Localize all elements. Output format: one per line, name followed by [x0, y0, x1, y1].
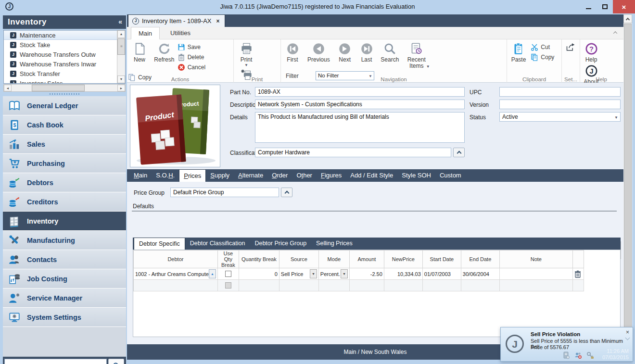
- sidebar-item-maintenance[interactable]: JMaintenance: [4, 30, 125, 40]
- notification-close-icon[interactable]: ×: [626, 329, 629, 336]
- end-date-cell[interactable]: 30/06/2004: [461, 268, 499, 280]
- delete-row-icon[interactable]: [574, 270, 581, 278]
- module-service-manager[interactable]: Service Manager: [3, 289, 126, 308]
- part-no-field[interactable]: [255, 87, 465, 97]
- source-cell[interactable]: Sell Price▼: [279, 268, 318, 280]
- mode-cell[interactable]: Percent.▼: [318, 268, 349, 280]
- save-button[interactable]: Save: [178, 43, 210, 51]
- cancel-button[interactable]: Cancel: [178, 63, 210, 71]
- scrollbar-thumb[interactable]: [624, 24, 632, 331]
- document-tab-inventory-item[interactable]: J Inventory Item - 1089-AX ×: [128, 14, 225, 27]
- minimize-button[interactable]: [580, 0, 597, 13]
- quantity-break-cell[interactable]: 0: [239, 268, 279, 280]
- copy-small-button[interactable]: Copy: [531, 53, 558, 61]
- newprice-cell[interactable]: 10,334.03: [384, 268, 422, 280]
- paste-button[interactable]: Paste: [508, 41, 529, 63]
- module-sales[interactable]: Sales: [3, 135, 126, 154]
- tab-figures[interactable]: Figures: [317, 169, 346, 182]
- tab-alternate[interactable]: Alternate: [234, 169, 267, 182]
- module-creditors[interactable]: Creditors: [3, 192, 126, 212]
- module-system-settings[interactable]: System Settings: [3, 308, 126, 327]
- last-button[interactable]: Last: [357, 41, 376, 63]
- module-contacts[interactable]: Contacts: [3, 250, 126, 269]
- sidebar-list-hscrollbar[interactable]: ◄ ►: [3, 84, 126, 92]
- module-general-ledger[interactable]: General Ledger: [3, 96, 126, 115]
- sidebar-item-inventory-sales[interactable]: JInventory Sales: [4, 78, 125, 84]
- tray-users-icon[interactable]: [574, 351, 582, 359]
- module-manufacturing[interactable]: Manufacturing: [3, 231, 126, 250]
- delete-row-cell[interactable]: [572, 268, 584, 280]
- help-button[interactable]: ? Help: [581, 41, 601, 63]
- note-cell[interactable]: [499, 268, 572, 280]
- col-end-date[interactable]: End Date: [461, 251, 499, 268]
- notification-toast[interactable]: J Sell Price Violation Sell Price of 555…: [500, 327, 633, 362]
- cut-button[interactable]: Cut: [531, 43, 558, 51]
- delete-button[interactable]: Delete: [178, 53, 210, 61]
- previous-button[interactable]: Previous: [305, 41, 332, 63]
- col-start-date[interactable]: Start Date: [422, 251, 461, 268]
- refresh-button[interactable]: Refresh: [152, 41, 176, 63]
- sidebar-list-vscrollbar[interactable]: ▲ ≡ ▼: [117, 30, 125, 83]
- module-job-costing[interactable]: Job Costing: [3, 269, 126, 289]
- price-group-expand-button[interactable]: [281, 188, 292, 197]
- sidebar-item-warehouse-transfers-in[interactable]: JWarehouse Transfers Inwar: [4, 59, 125, 69]
- version-field[interactable]: [499, 100, 621, 109]
- tab-debtor-classification[interactable]: Debtor Classification: [185, 238, 250, 250]
- sidebar-search-input[interactable]: [4, 359, 107, 364]
- scroll-right-icon[interactable]: ►: [117, 85, 125, 91]
- amount-cell[interactable]: -2.50: [349, 268, 384, 280]
- scrollbar-thumb[interactable]: [32, 85, 85, 91]
- col-source[interactable]: Source: [279, 251, 318, 268]
- status-select[interactable]: Active ▼: [499, 112, 621, 122]
- close-button[interactable]: ×: [613, 0, 635, 13]
- print-button[interactable]: Print ▼: [235, 41, 258, 67]
- tab-supply[interactable]: Supply: [206, 169, 234, 182]
- price-group-field[interactable]: [170, 188, 279, 197]
- col-quantity-break[interactable]: Quantity Break: [239, 251, 279, 268]
- col-newprice[interactable]: NewPrice: [384, 251, 422, 268]
- tab-prices[interactable]: Prices: [179, 169, 206, 182]
- sidebar-item-stock-transfer[interactable]: JStock Transfer: [4, 69, 125, 78]
- product-image[interactable]: Product Product: [130, 85, 220, 167]
- tab-debtor-specific[interactable]: Debtor Specific: [134, 238, 185, 250]
- recent-items-button[interactable]: Recent Items ▼: [404, 41, 430, 69]
- settings-share-button[interactable]: [563, 41, 578, 53]
- col-use-qty-break[interactable]: Use Qty Break: [217, 251, 239, 268]
- tab-other[interactable]: Other: [292, 169, 317, 182]
- tab-add-edit-style[interactable]: Add / Edit Style: [346, 169, 397, 182]
- source-dropdown-icon[interactable]: ▼: [310, 269, 317, 278]
- scroll-left-icon[interactable]: ◄: [4, 85, 12, 91]
- details-field[interactable]: This Product is Manufactured using Bill …: [255, 112, 465, 143]
- tab-style-soh[interactable]: Style SOH: [397, 169, 435, 182]
- sidebar-item-warehouse-transfers-out[interactable]: JWarehouse Transfers Outw: [4, 50, 125, 59]
- ribbon-tab-utilities[interactable]: Utilities: [165, 27, 196, 39]
- row-expand-button[interactable]: ▲: [209, 269, 216, 278]
- tab-selling-prices[interactable]: Selling Prices: [311, 238, 357, 250]
- module-cash-book[interactable]: $ Cash Book: [3, 115, 126, 135]
- scroll-up-icon[interactable]: ▲: [117, 30, 125, 38]
- sidebar-search-button[interactable]: [108, 359, 124, 364]
- search-button[interactable]: Search: [378, 41, 402, 63]
- tray-key-icon[interactable]: [586, 351, 594, 359]
- scroll-up-button[interactable]: [623, 14, 632, 23]
- module-debtors[interactable]: Debtors: [3, 173, 126, 192]
- new-button[interactable]: New: [128, 41, 151, 63]
- col-debtor[interactable]: Debtor: [134, 251, 218, 268]
- debtor-cell[interactable]: 1002 - Arthur Creams Compute▲: [134, 268, 218, 280]
- sidebar-splitter[interactable]: [3, 93, 126, 96]
- use-qty-break-cell[interactable]: [217, 268, 239, 280]
- col-note[interactable]: Note: [499, 251, 572, 268]
- col-amount[interactable]: Amount: [349, 251, 384, 268]
- tab-order[interactable]: Order: [267, 169, 292, 182]
- mode-dropdown-icon[interactable]: ▼: [341, 269, 348, 278]
- sidebar-item-stock-take[interactable]: JStock Take: [4, 40, 125, 50]
- tab-custom[interactable]: Custom: [435, 169, 466, 182]
- col-mode[interactable]: Mode: [318, 251, 349, 268]
- classification-field[interactable]: [255, 148, 451, 157]
- maximize-button[interactable]: [597, 0, 613, 13]
- scroll-down-icon[interactable]: ▼: [117, 75, 125, 83]
- ribbon-collapse-icon[interactable]: [614, 31, 618, 35]
- ribbon-tab-main[interactable]: Main: [131, 27, 160, 39]
- upc-field[interactable]: [499, 87, 621, 97]
- classification-expand-button[interactable]: [453, 148, 465, 157]
